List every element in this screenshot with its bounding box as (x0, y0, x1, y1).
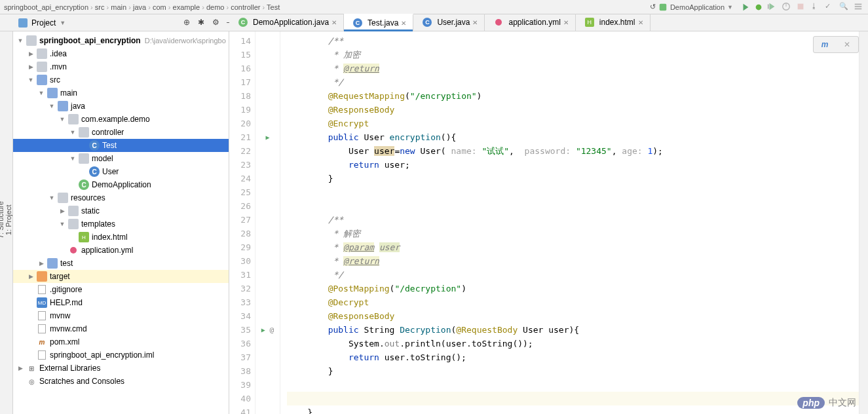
code-line[interactable]: @RequestMapping("/encryption") (287, 89, 859, 103)
code-line[interactable]: @ResponseBody (287, 309, 859, 323)
debug-icon[interactable] (754, 3, 763, 12)
tree-node[interactable]: ▶ ⊞ External Libraries (13, 362, 229, 375)
breadcrumb-item[interactable]: example (173, 3, 200, 11)
chevron-icon[interactable]: ▼ (69, 155, 76, 162)
code-line[interactable]: /** (287, 34, 859, 48)
run-icon[interactable] (741, 3, 750, 12)
breadcrumb-item[interactable]: com (153, 3, 166, 11)
code-line[interactable]: @ResponseBody (287, 103, 859, 117)
settings-icon[interactable] (854, 2, 864, 12)
code-area[interactable]: /** * 加密 * @return */ @RequestMapping("/… (280, 31, 859, 414)
dropdown-icon[interactable]: ▼ (60, 20, 66, 26)
close-icon[interactable]: ✕ (844, 40, 850, 49)
project-tool-label[interactable]: Project (31, 18, 56, 28)
tree-node[interactable]: C DemoApplication (13, 178, 229, 191)
chevron-icon[interactable]: ▶ (28, 50, 34, 57)
code-line[interactable]: * @return (287, 62, 859, 75)
tool-tab-structure[interactable]: 7: Structure (0, 34, 5, 406)
code-line[interactable]: */ (287, 268, 859, 282)
breadcrumb-item[interactable]: Test (267, 3, 280, 11)
chevron-icon[interactable]: ▼ (59, 221, 66, 227)
breadcrumb-item[interactable]: controller (231, 3, 260, 11)
close-icon[interactable]: ✕ (563, 19, 569, 26)
code-line[interactable]: * @param user (287, 240, 859, 254)
git-update-icon[interactable]: ⭳ (810, 2, 821, 12)
search-icon[interactable]: 🔍 (839, 2, 850, 12)
run-config-selector[interactable]: ↺ DemoApplication ▼ (650, 3, 733, 12)
code-line[interactable]: } (287, 364, 859, 378)
chevron-icon[interactable]: ▼ (38, 90, 45, 96)
project-tree[interactable]: ▼ springboot_api_encryption D:\java\ider… (13, 31, 229, 414)
breadcrumb-item[interactable]: src (95, 3, 105, 11)
tree-node[interactable]: ▶ .mvn (13, 60, 229, 73)
tree-node[interactable]: .gitignore (13, 283, 229, 296)
chevron-icon[interactable]: ▶ (28, 64, 34, 70)
code-line[interactable]: public User encryption(){ (287, 130, 859, 144)
code-line[interactable]: User user=new User( name: "试试", password… (287, 144, 859, 158)
code-line[interactable]: } (287, 172, 859, 185)
code-line[interactable]: public String Decryption(@RequestBody Us… (287, 323, 859, 337)
chevron-icon[interactable]: ▼ (28, 77, 34, 83)
breadcrumb-item[interactable]: springboot_api_encryption (4, 3, 88, 11)
chevron-icon[interactable]: ▼ (59, 116, 66, 122)
code-line[interactable]: @Encrypt (287, 117, 859, 130)
editor-tab[interactable]: Hindex.html✕ (576, 14, 651, 31)
inspection-widget[interactable]: m ✕ (813, 36, 859, 53)
chevron-icon[interactable]: ▶ (28, 273, 34, 280)
tree-node[interactable]: ▼ java (13, 100, 229, 113)
chevron-icon[interactable]: ▼ (17, 37, 24, 44)
override-icon[interactable]: @ (270, 326, 274, 334)
chevron-icon[interactable]: ▼ (69, 129, 76, 136)
chevron-icon[interactable]: ▶ (59, 208, 66, 214)
tree-node[interactable]: springboot_api_encryption.iml (13, 348, 229, 362)
code-line[interactable] (287, 392, 859, 405)
close-icon[interactable]: ✕ (472, 19, 478, 26)
close-icon[interactable]: ✕ (401, 20, 406, 27)
code-line[interactable]: * @return (287, 254, 859, 268)
error-stripe[interactable] (859, 31, 868, 414)
tree-node[interactable]: mvnw (13, 309, 229, 322)
code-line[interactable] (287, 185, 859, 199)
tree-node[interactable]: ▶ static (13, 204, 229, 217)
editor-tab[interactable]: CDemoApplication.java✕ (229, 14, 344, 31)
chevron-icon[interactable]: ▶ (17, 365, 24, 371)
code-line[interactable]: System.out.println(user.toString()); (287, 337, 859, 350)
tree-node[interactable]: ◎ Scratches and Consoles (13, 375, 229, 388)
close-icon[interactable]: ✕ (638, 19, 643, 26)
collapse-icon[interactable]: ✱ (198, 18, 208, 28)
tree-node[interactable]: C Test (13, 139, 229, 152)
tree-node[interactable]: ▶ .idea (13, 47, 229, 60)
run-line-icon[interactable]: ▶ (261, 326, 265, 333)
tree-node[interactable]: ▼ src (13, 73, 229, 86)
tree-node[interactable]: ▼ springboot_api_encryption D:\java\ider… (13, 34, 229, 47)
breadcrumb-item[interactable]: java (133, 3, 146, 11)
gear-icon[interactable]: ⚙ (212, 18, 223, 28)
tree-node[interactable]: ▼ model (13, 152, 229, 165)
tree-node[interactable]: ▶ target (13, 270, 229, 283)
run-line-icon[interactable]: ▶ (265, 134, 269, 141)
close-icon[interactable]: ✕ (331, 19, 337, 26)
tree-node[interactable]: ▼ resources (13, 191, 229, 204)
git-commit-icon[interactable]: ✓ (825, 2, 835, 12)
editor-tab[interactable]: CTest.java✕ (344, 14, 413, 31)
tree-node[interactable]: mvnw.cmd (13, 322, 229, 335)
code-line[interactable]: return user.toString(); (287, 350, 859, 364)
tree-node[interactable]: ▶ test (13, 257, 229, 270)
stop-icon[interactable] (796, 2, 806, 12)
code-line[interactable]: * 加密 (287, 48, 859, 62)
tree-node[interactable]: ▼ main (13, 86, 229, 100)
code-line[interactable] (287, 378, 859, 392)
tree-node[interactable]: ▼ templates (13, 217, 229, 231)
editor-tab[interactable]: application.yml✕ (485, 14, 575, 31)
coverage-icon[interactable] (767, 2, 778, 12)
tree-node[interactable]: m pom.xml (13, 335, 229, 348)
code-line[interactable]: @PostMapping("/decryption") (287, 282, 859, 295)
chevron-icon[interactable]: ▼ (48, 195, 55, 201)
tree-node[interactable]: ▼ controller (13, 126, 229, 139)
code-line[interactable] (287, 199, 859, 213)
profiler-icon[interactable] (782, 2, 792, 12)
code-line[interactable]: */ (287, 75, 859, 89)
editor-tab[interactable]: CUser.java✕ (413, 14, 485, 31)
select-opened-icon[interactable]: ⊕ (183, 18, 194, 28)
code-line[interactable]: return user; (287, 158, 859, 172)
